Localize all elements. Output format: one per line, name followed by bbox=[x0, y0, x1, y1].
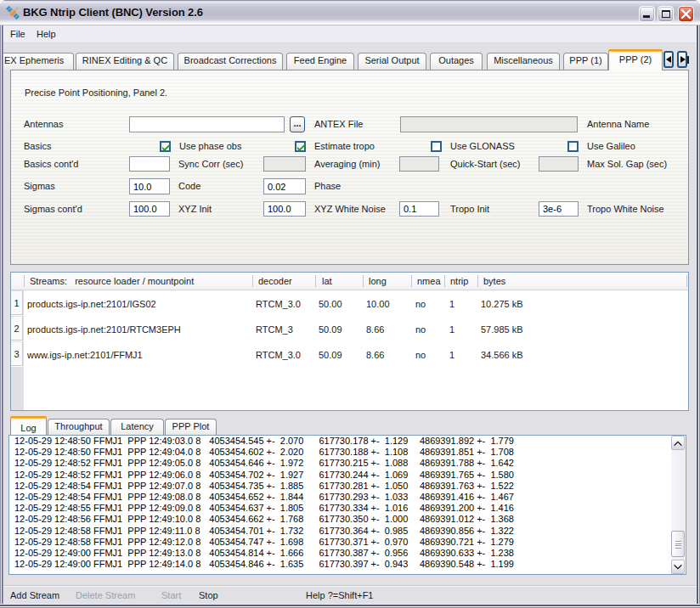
log-line: 12-05-29 12:49:00 FFMJ1 PPP 12:49:13.0 8… bbox=[14, 548, 669, 559]
col-decoder[interactable]: decoder bbox=[258, 273, 292, 290]
menu-help[interactable]: Help bbox=[35, 25, 58, 42]
sync-corr-input[interactable] bbox=[129, 156, 170, 172]
scroll-thumb[interactable] bbox=[671, 531, 685, 557]
xyz-white-noise-input[interactable] bbox=[263, 201, 306, 217]
add-stream-button[interactable]: Add Stream bbox=[10, 586, 59, 605]
quick-start-input bbox=[399, 156, 439, 172]
stream-mountpoint[interactable]: www.igs-ip.net:2101/FFMJ1 bbox=[27, 342, 143, 368]
estimate-tropo-checkbox[interactable] bbox=[295, 141, 306, 152]
sigma-phase-input[interactable] bbox=[263, 178, 306, 194]
log-col-y: 617730.293 +- 1.033 bbox=[319, 492, 408, 503]
log-col-time: 12-05-29 12:49:00 FFMJ1 PPP 12:49:14.0 8 bbox=[14, 559, 200, 570]
tab-ppp-plot[interactable]: PPP Plot bbox=[165, 419, 217, 435]
tab-latency[interactable]: Latency bbox=[110, 419, 164, 435]
tab-miscellaneous[interactable]: Miscellaneous bbox=[487, 53, 560, 70]
log-col-z: 4869391.892 +- 1.779 bbox=[420, 436, 514, 447]
chevron-up-icon bbox=[674, 440, 682, 447]
stream-lat[interactable]: 50.00 bbox=[319, 291, 342, 317]
stream-long[interactable]: 10.00 bbox=[366, 291, 390, 317]
log-col-x: 4053454.747 +- 1.698 bbox=[209, 537, 303, 548]
log-col-time: 12-05-29 12:49:00 FFMJ1 PPP 12:49:13.0 8 bbox=[14, 548, 200, 559]
tab-scroll-right-button[interactable] bbox=[677, 51, 687, 68]
stream-nmea[interactable]: no bbox=[415, 291, 426, 317]
col-long[interactable]: long bbox=[369, 273, 387, 290]
quick-start-label: Quick-Start (sec) bbox=[450, 156, 521, 172]
stream-lat[interactable]: 50.09 bbox=[319, 317, 342, 342]
tab-scroll-left-button[interactable] bbox=[663, 51, 674, 68]
averaging-input bbox=[263, 156, 306, 172]
stream-ntrip[interactable]: 1 bbox=[449, 342, 454, 368]
stream-long[interactable]: 8.66 bbox=[366, 317, 384, 342]
tab-label: Throughput bbox=[54, 421, 102, 431]
antennas-label: Antennas bbox=[24, 116, 63, 132]
use-glonass-checkbox[interactable] bbox=[431, 141, 442, 152]
col-bytes[interactable]: bytes bbox=[483, 273, 505, 290]
use-phase-obs-checkbox[interactable] bbox=[160, 141, 171, 152]
stream-decoder[interactable]: RTCM_3.0 bbox=[256, 291, 301, 317]
log-col-y: 617730.215 +- 1.088 bbox=[319, 458, 408, 469]
tab-feed-engine[interactable]: Feed Engine bbox=[286, 53, 354, 70]
log-output[interactable]: 12-05-29 12:48:50 FFMJ1 PPP 12:49:03.0 8… bbox=[14, 436, 669, 570]
stream-long[interactable]: 8.66 bbox=[366, 342, 384, 368]
sync-corr-label: Sync Corr (sec) bbox=[178, 156, 243, 172]
minimize-button[interactable] bbox=[639, 6, 655, 22]
panel-title: Precise Point Positioning, Panel 2. bbox=[25, 87, 167, 98]
antennas-input[interactable] bbox=[129, 116, 285, 132]
log-line: 12-05-29 12:48:50 FFMJ1 PPP 12:49:04.0 8… bbox=[14, 447, 669, 458]
xyz-init-input[interactable] bbox=[129, 201, 170, 217]
col-lat[interactable]: lat bbox=[322, 273, 332, 290]
stream-decoder[interactable]: RTCM_3 bbox=[256, 317, 293, 342]
stream-mountpoint[interactable]: products.igs-ip.net:2101/RTCM3EPH bbox=[27, 317, 181, 342]
stream-nmea[interactable]: no bbox=[415, 342, 426, 368]
status-bar: Add Stream Delete Stream Start Stop Help… bbox=[3, 585, 696, 604]
col-ntrip[interactable]: ntrip bbox=[450, 273, 468, 290]
tropo-init-input[interactable] bbox=[399, 201, 439, 217]
antennas-browse-button[interactable]: ... bbox=[290, 116, 305, 132]
tab-rinex-editing-qc[interactable]: RINEX Editing & QC bbox=[76, 53, 174, 70]
log-line: 12-05-29 12:48:54 FFMJ1 PPP 12:49:07.0 8… bbox=[14, 481, 669, 492]
tab-throughput[interactable]: Throughput bbox=[48, 419, 110, 435]
scroll-down-button[interactable] bbox=[671, 560, 685, 574]
col-nmea[interactable]: nmea bbox=[417, 273, 441, 290]
tab-broadcast-corrections[interactable]: Broadcast Corrections bbox=[178, 53, 283, 70]
tab-label: Latency bbox=[121, 421, 154, 431]
chevron-down-icon bbox=[674, 564, 682, 571]
log-pane: 12-05-29 12:48:50 FFMJ1 PPP 12:49:03.0 8… bbox=[8, 435, 686, 575]
sigma-code-input[interactable] bbox=[129, 178, 170, 194]
log-line: 12-05-29 12:48:56 FFMJ1 PPP 12:49:10.0 8… bbox=[14, 514, 669, 525]
close-button[interactable] bbox=[678, 6, 694, 22]
log-col-z: 4869390.633 +- 1.238 bbox=[420, 548, 514, 559]
tropo-white-noise-input[interactable] bbox=[539, 201, 579, 217]
stream-nmea[interactable]: no bbox=[415, 317, 426, 342]
window-title: BKG Ntrip Client (BNC) Version 2.6 bbox=[23, 0, 203, 25]
stream-decoder[interactable]: RTCM_3.0 bbox=[256, 342, 301, 368]
menu-file[interactable]: File bbox=[8, 25, 27, 42]
xyz-init-label: XYZ Init bbox=[178, 201, 212, 217]
stream-bytes[interactable]: 57.985 kB bbox=[481, 317, 523, 342]
tab-serial-output[interactable]: Serial Output bbox=[358, 53, 426, 70]
tab-outages[interactable]: Outages bbox=[430, 53, 483, 70]
stream-bytes[interactable]: 34.566 kB bbox=[481, 342, 523, 368]
tab-ppp-2[interactable]: PPP (2) bbox=[608, 49, 663, 70]
column-separator bbox=[411, 275, 412, 287]
tab-log[interactable]: Log bbox=[10, 416, 47, 435]
stream-mountpoint[interactable]: products.igs-ip.net:2101/IGS02 bbox=[27, 291, 156, 317]
log-scrollbar[interactable] bbox=[671, 436, 685, 574]
title-bar[interactable]: BKG Ntrip Client (BNC) Version 2.6 bbox=[0, 0, 700, 25]
scroll-up-button[interactable] bbox=[671, 436, 685, 450]
stream-ntrip[interactable]: 1 bbox=[449, 291, 454, 317]
use-galileo-checkbox[interactable] bbox=[567, 141, 579, 152]
stream-ntrip[interactable]: 1 bbox=[449, 317, 454, 342]
tab-rinex-ephemeris[interactable]: EX Ephemeris bbox=[3, 53, 74, 70]
tab-ppp-1[interactable]: PPP (1) bbox=[563, 53, 608, 70]
stream-lat[interactable]: 50.09 bbox=[319, 342, 342, 368]
log-col-time: 12-05-29 12:48:54 FFMJ1 PPP 12:49:07.0 8 bbox=[14, 481, 200, 492]
selected-tab-highlight bbox=[10, 416, 47, 418]
stop-button[interactable]: Stop bbox=[199, 586, 218, 605]
stream-bytes[interactable]: 10.275 kB bbox=[481, 291, 523, 317]
start-button[interactable]: Start bbox=[161, 586, 181, 605]
col-streams[interactable]: Streams: resource loader / mountpoint bbox=[30, 273, 194, 290]
satellite-icon bbox=[5, 5, 20, 20]
delete-stream-button[interactable]: Delete Stream bbox=[76, 586, 135, 605]
maximize-button[interactable] bbox=[658, 6, 674, 22]
